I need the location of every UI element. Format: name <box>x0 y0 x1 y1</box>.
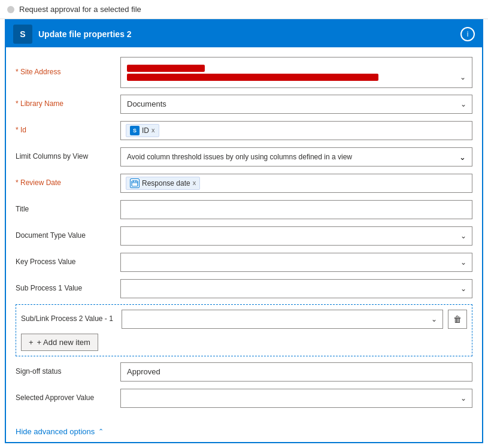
sub-link-select[interactable] <box>122 310 443 329</box>
sign-off-row: Sign-off status <box>16 359 472 385</box>
panel-icon: S <box>13 25 32 44</box>
key-process-select[interactable] <box>120 253 472 272</box>
panel-header: S Update file properties 2 i <box>6 20 482 47</box>
title-row: Title <box>16 196 472 223</box>
title-bar: Request approval for a selected file <box>0 0 488 19</box>
site-address-label: * Site Address <box>16 68 120 77</box>
add-icon: + <box>29 338 34 347</box>
id-tag: S ID x <box>126 124 159 137</box>
redacted-bar-1 <box>127 65 205 72</box>
redacted-site <box>127 65 453 81</box>
limit-columns-chevron-icon: ⌄ <box>459 152 466 161</box>
sign-off-label: Sign-off status <box>16 367 120 377</box>
document-type-row: Document Type Value ⌄ <box>16 223 472 249</box>
id-tag-input[interactable]: S ID x <box>120 121 472 140</box>
document-type-label: Document Type Value <box>16 231 120 241</box>
selected-approver-label: Selected Approver Value <box>16 393 120 403</box>
sign-off-input[interactable] <box>120 362 472 382</box>
sub-link-row: Sub/Link Process 2 Value - 1 ⌄ 🗑 <box>21 310 467 329</box>
review-date-row: * Review Date <box>16 170 472 196</box>
id-control: S ID x <box>120 121 472 140</box>
limit-columns-row: Limit Columns by View Avoid column thres… <box>16 144 472 170</box>
library-name-control: Documents ⌄ <box>120 95 472 114</box>
site-chevron-icon: ⌄ <box>460 73 466 81</box>
review-date-tag: Response date x <box>126 177 200 190</box>
svg-rect-0 <box>132 181 138 186</box>
panel-header-left: S Update file properties 2 <box>13 25 132 44</box>
limit-columns-control: Avoid column threshold issues by only us… <box>120 147 472 167</box>
review-date-tag-input[interactable]: Response date x <box>120 174 472 193</box>
review-date-label: * Review Date <box>16 178 120 188</box>
library-name-select[interactable]: Documents <box>120 95 472 114</box>
key-process-row: Key Process Value ⌄ <box>16 249 472 276</box>
review-date-tag-icon <box>130 178 140 188</box>
chevron-up-icon: ⌃ <box>98 428 104 435</box>
title-control <box>120 200 472 219</box>
sub-process1-control: ⌄ <box>120 279 472 298</box>
hide-advanced-button[interactable]: Hide advanced options ⌃ <box>6 421 482 442</box>
title-input[interactable] <box>120 200 472 219</box>
delete-icon: 🗑 <box>453 314 462 324</box>
sub-process1-select[interactable] <box>120 279 472 298</box>
id-label: * Id <box>16 126 120 135</box>
id-tag-close[interactable]: x <box>151 127 155 134</box>
sub-process1-row: Sub Process 1 Value ⌄ <box>16 276 472 302</box>
site-address-row: * Site Address ⌄ <box>16 55 472 91</box>
sub-link-delete-button[interactable]: 🗑 <box>448 310 467 329</box>
selected-approver-row: Selected Approver Value ⌄ <box>16 385 472 411</box>
add-item-label: + Add new item <box>37 338 90 347</box>
review-date-control: Response date x <box>120 174 472 193</box>
document-type-select[interactable] <box>120 226 472 246</box>
key-process-label: Key Process Value <box>16 258 120 267</box>
hide-advanced-label: Hide advanced options <box>16 427 95 436</box>
form-body: * Site Address ⌄ * Library Name <box>6 47 482 419</box>
id-tag-label: ID <box>142 126 149 135</box>
id-tag-icon: S <box>130 126 140 135</box>
review-date-tag-close[interactable]: x <box>193 180 196 186</box>
limit-columns-label: Limit Columns by View <box>16 152 120 162</box>
sign-off-control <box>120 362 472 382</box>
library-name-row: * Library Name Documents ⌄ <box>16 91 472 117</box>
limit-columns-value: Avoid column threshold issues by only us… <box>127 153 352 161</box>
redacted-bar-2 <box>127 74 378 81</box>
window-container: Request approval for a selected file S U… <box>0 0 488 448</box>
title-label: Title <box>16 205 120 214</box>
selected-approver-select[interactable] <box>120 389 472 408</box>
sub-link-label: Sub/Link Process 2 Value - 1 <box>21 314 117 324</box>
document-type-control: ⌄ <box>120 226 472 246</box>
sub-link-section: Sub/Link Process 2 Value - 1 ⌄ 🗑 + + Add… <box>16 304 472 356</box>
selected-approver-control: ⌄ <box>120 389 472 408</box>
id-row: * Id S ID x <box>16 117 472 144</box>
key-process-control: ⌄ <box>120 253 472 272</box>
site-address-input[interactable]: ⌄ <box>120 57 472 88</box>
panel-title: Update file properties 2 <box>38 29 132 39</box>
main-panel: S Update file properties 2 i * Site Addr… <box>5 19 483 443</box>
window-title: Request approval for a selected file <box>19 5 141 14</box>
limit-columns-select[interactable]: Avoid column threshold issues by only us… <box>120 147 472 167</box>
close-dot <box>7 6 14 13</box>
sub-link-control: ⌄ <box>122 310 443 329</box>
library-name-label: * Library Name <box>16 99 120 109</box>
add-new-item-button[interactable]: + + Add new item <box>21 334 98 351</box>
site-address-control: ⌄ <box>120 57 472 88</box>
review-date-tag-label: Response date <box>142 179 190 187</box>
info-icon[interactable]: i <box>460 27 475 41</box>
sub-process1-label: Sub Process 1 Value <box>16 284 120 293</box>
